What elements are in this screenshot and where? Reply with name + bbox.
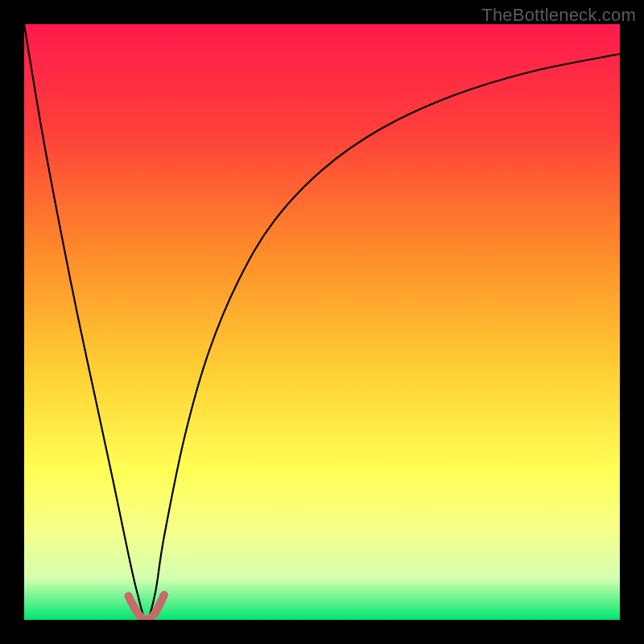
bottleneck-curve <box>24 24 620 620</box>
notch-marker <box>129 595 164 620</box>
curve-path <box>24 24 620 620</box>
watermark-text: TheBottleneck.com <box>481 5 636 26</box>
chart-frame: TheBottleneck.com <box>0 0 644 644</box>
plot-area <box>24 24 620 620</box>
